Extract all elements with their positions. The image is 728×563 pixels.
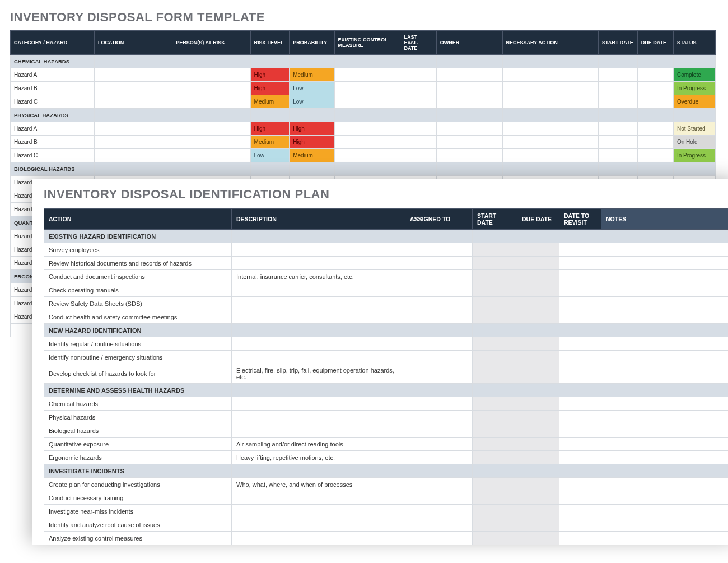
cell[interactable]: Identify and analyze root cause of issue… [44, 518, 232, 532]
cell[interactable] [95, 122, 172, 136]
cell[interactable] [599, 122, 638, 136]
cell[interactable] [517, 243, 559, 257]
cell[interactable] [232, 411, 405, 424]
cell[interactable] [405, 411, 473, 424]
cell[interactable] [405, 438, 473, 451]
cell[interactable] [559, 397, 601, 411]
cell[interactable] [559, 364, 601, 384]
cell[interactable] [232, 532, 405, 545]
cell[interactable]: Air sampling and/or direct reading tools [232, 438, 405, 451]
cell[interactable]: In Progress [673, 149, 715, 162]
cell[interactable] [601, 257, 729, 270]
cell[interactable] [436, 122, 502, 136]
cell[interactable] [517, 337, 559, 351]
cell[interactable] [502, 122, 598, 136]
cell[interactable] [502, 95, 598, 109]
cell[interactable] [637, 82, 673, 95]
cell[interactable] [601, 351, 729, 364]
cell[interactable] [502, 68, 598, 82]
cell[interactable] [559, 532, 601, 545]
cell[interactable] [599, 82, 638, 95]
cell[interactable]: Medium [250, 95, 290, 109]
cell[interactable] [436, 136, 502, 149]
cell[interactable] [601, 532, 729, 545]
cell[interactable] [436, 149, 502, 162]
cell[interactable] [601, 505, 729, 518]
cell[interactable] [599, 149, 638, 162]
cell[interactable]: Medium [290, 68, 334, 82]
cell[interactable] [405, 518, 473, 532]
cell[interactable] [400, 136, 436, 149]
cell[interactable] [637, 68, 673, 82]
cell[interactable]: Review historical documents and records … [44, 257, 232, 270]
cell[interactable]: Heavy lifting, repetitive motions, etc. [232, 451, 405, 464]
cell[interactable]: Electrical, fire, slip, trip, fall, equi… [232, 364, 405, 384]
cell[interactable] [559, 257, 601, 270]
cell[interactable] [172, 68, 250, 82]
cell[interactable] [559, 505, 601, 518]
cell[interactable]: Investigate near-miss incidents [44, 505, 232, 518]
cell[interactable] [473, 451, 517, 464]
cell[interactable] [601, 491, 729, 505]
cell[interactable] [601, 364, 729, 384]
cell[interactable] [473, 337, 517, 351]
cell[interactable] [473, 243, 517, 257]
cell[interactable] [559, 337, 601, 351]
cell[interactable] [637, 149, 673, 162]
cell[interactable] [599, 68, 638, 82]
cell[interactable] [517, 491, 559, 505]
cell[interactable] [559, 438, 601, 451]
cell[interactable]: Ergonomic hazards [44, 451, 232, 464]
cell[interactable] [95, 95, 172, 109]
cell[interactable] [559, 451, 601, 464]
cell[interactable] [517, 364, 559, 384]
cell[interactable] [601, 243, 729, 257]
cell[interactable] [95, 136, 172, 149]
cell[interactable] [405, 424, 473, 438]
cell[interactable] [473, 257, 517, 270]
cell[interactable] [473, 505, 517, 518]
cell[interactable]: Identify regular / routine situations [44, 337, 232, 351]
cell[interactable] [517, 310, 559, 324]
cell[interactable] [601, 310, 729, 324]
cell[interactable]: High [250, 68, 290, 82]
cell[interactable]: Internal, insurance carrier, consultants… [232, 270, 405, 283]
cell[interactable] [517, 424, 559, 438]
cell[interactable]: Biological hazards [44, 424, 232, 438]
cell[interactable] [405, 310, 473, 324]
cell[interactable] [436, 68, 502, 82]
cell[interactable] [601, 397, 729, 411]
cell[interactable] [473, 478, 517, 491]
cell[interactable] [232, 297, 405, 310]
cell[interactable] [601, 424, 729, 438]
cell[interactable]: Low [290, 82, 334, 95]
cell[interactable] [601, 478, 729, 491]
cell[interactable]: Medium [250, 136, 290, 149]
cell[interactable] [601, 283, 729, 297]
cell[interactable] [517, 411, 559, 424]
cell[interactable] [405, 491, 473, 505]
cell[interactable]: Medium [290, 149, 334, 162]
cell[interactable] [232, 505, 405, 518]
cell[interactable] [559, 283, 601, 297]
cell[interactable]: Hazard B [11, 136, 95, 149]
cell[interactable] [517, 451, 559, 464]
cell[interactable]: High [250, 82, 290, 95]
cell[interactable] [400, 149, 436, 162]
cell[interactable] [473, 424, 517, 438]
cell[interactable] [232, 491, 405, 505]
cell[interactable] [637, 95, 673, 109]
cell[interactable] [473, 411, 517, 424]
cell[interactable] [405, 257, 473, 270]
cell[interactable] [172, 122, 250, 136]
cell[interactable] [517, 351, 559, 364]
cell[interactable] [232, 283, 405, 297]
cell[interactable] [334, 149, 400, 162]
cell[interactable] [599, 136, 638, 149]
cell[interactable] [473, 491, 517, 505]
cell[interactable] [334, 68, 400, 82]
cell[interactable] [405, 532, 473, 545]
cell[interactable] [405, 297, 473, 310]
cell[interactable] [559, 297, 601, 310]
cell[interactable] [517, 505, 559, 518]
